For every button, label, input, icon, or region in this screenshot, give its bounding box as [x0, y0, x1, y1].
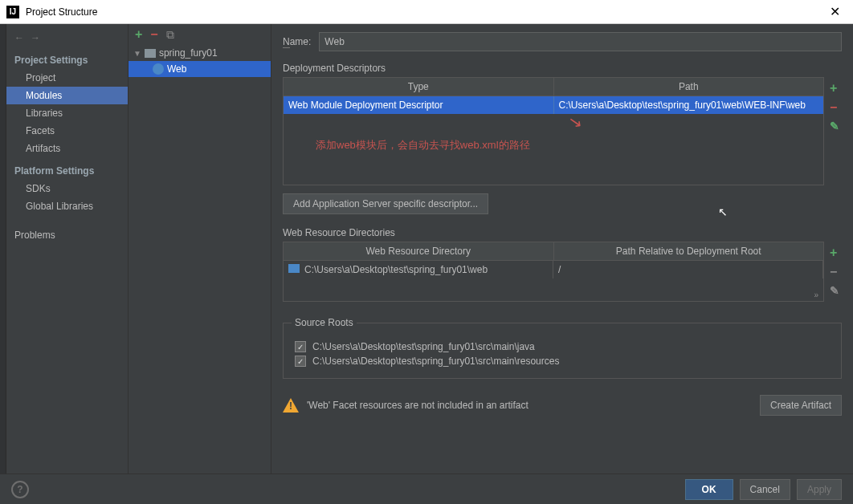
cancel-button[interactable]: Cancel — [740, 479, 790, 500]
sidebar-item-libraries[interactable]: Libraries — [6, 104, 128, 122]
tree-root-label: spring_fury01 — [159, 47, 218, 59]
copy-icon[interactable]: ⧉ — [166, 28, 174, 42]
res-add-icon[interactable]: + — [830, 246, 839, 260]
tree-child-label: Web — [167, 63, 186, 75]
window-title: Project Structure — [26, 6, 822, 18]
dep-th-type: Type — [284, 78, 554, 96]
res-row-path: / — [553, 261, 823, 278]
add-icon[interactable]: + — [135, 27, 142, 42]
sidebar-item-artifacts[interactable]: Artifacts — [6, 140, 128, 157]
apply-button[interactable]: Apply — [797, 479, 842, 500]
sidebar-heading-platform: Platform Settings — [6, 157, 128, 180]
create-artifact-button[interactable]: Create Artifact — [760, 395, 842, 416]
source-roots-label: Source Roots — [292, 317, 357, 328]
web-icon — [153, 63, 164, 75]
dep-remove-icon[interactable]: − — [830, 100, 839, 115]
sidebar-item-project[interactable]: Project — [6, 69, 128, 87]
titlebar: IJ Project Structure ✕ — [0, 0, 853, 24]
source-root-row[interactable]: ✓ C:\Users\a\Desktop\test\spring_fury01\… — [295, 341, 833, 352]
warning-text: 'Web' Facet resources are not included i… — [307, 400, 529, 411]
warning-icon — [283, 398, 299, 413]
res-row-dir: C:\Users\a\Desktop\test\spring_fury01\we… — [284, 261, 553, 278]
source-roots-panel: Source Roots ✓ C:\Users\a\Desktop\test\s… — [283, 323, 842, 379]
table-row[interactable]: C:\Users\a\Desktop\test\spring_fury01\we… — [284, 261, 823, 278]
footer: ? OK Cancel Apply — [0, 474, 853, 504]
deployment-table: Type Path Web Module Deployment Descript… — [283, 77, 824, 185]
web-resource-label: Web Resource Directories — [283, 227, 842, 238]
more-icon[interactable]: » — [814, 291, 818, 299]
sidebar-heading-project: Project Settings — [6, 47, 128, 69]
dep-row-path: C:\Users\a\Desktop\test\spring_fury01\we… — [554, 96, 824, 114]
name-label: Name: — [283, 36, 311, 47]
res-remove-icon[interactable]: − — [830, 265, 839, 279]
checkbox-icon[interactable]: ✓ — [295, 356, 306, 367]
forward-icon[interactable]: → — [31, 32, 40, 43]
source-root-row[interactable]: ✓ C:\Users\a\Desktop\test\spring_fury01\… — [295, 356, 833, 367]
close-icon[interactable]: ✕ — [822, 4, 847, 19]
sidebar-item-problems[interactable]: Problems — [6, 226, 128, 244]
left-gutter — [0, 24, 6, 474]
sidebar: ← → Project Settings Project Modules Lib… — [6, 24, 129, 474]
help-icon[interactable]: ? — [11, 481, 29, 498]
dep-row-type: Web Module Deployment Descriptor — [284, 96, 554, 114]
folder-icon — [288, 264, 300, 273]
tree-child-web[interactable]: Web — [129, 61, 271, 77]
dep-add-icon[interactable]: + — [830, 81, 839, 96]
warning-row: 'Web' Facet resources are not included i… — [283, 388, 842, 422]
module-icon — [145, 49, 156, 58]
deployment-descriptors-label: Deployment Descriptors — [283, 63, 842, 74]
remove-icon[interactable]: − — [150, 27, 157, 42]
dep-th-path: Path — [554, 78, 824, 96]
source-root-2: C:\Users\a\Desktop\test\spring_fury01\sr… — [312, 356, 559, 367]
dep-edit-icon[interactable]: ✎ — [830, 120, 839, 132]
ok-button[interactable]: OK — [685, 479, 733, 500]
res-edit-icon[interactable]: ✎ — [830, 284, 839, 297]
expand-icon[interactable]: ▼ — [133, 49, 141, 58]
sidebar-item-modules[interactable]: Modules — [6, 87, 128, 104]
tree-root[interactable]: ▼ spring_fury01 — [129, 45, 271, 61]
back-icon[interactable]: ← — [14, 32, 24, 43]
checkbox-icon[interactable]: ✓ — [295, 341, 306, 352]
source-root-1: C:\Users\a\Desktop\test\spring_fury01\sr… — [312, 341, 535, 352]
table-row[interactable]: Web Module Deployment Descriptor C:\User… — [284, 96, 823, 114]
sidebar-item-global-libraries[interactable]: Global Libraries — [6, 197, 128, 215]
add-descriptor-button[interactable]: Add Application Server specific descript… — [283, 193, 488, 214]
sidebar-item-facets[interactable]: Facets — [6, 122, 128, 140]
content-panel: Name: Deployment Descriptors Type Path W… — [271, 24, 853, 474]
resource-table: Web Resource Directory Path Relative to … — [283, 242, 824, 302]
annotation-text: 添加web模块后，会自动去寻找web.xml的路径 — [284, 114, 823, 161]
module-tree: + − ⧉ ▼ spring_fury01 Web — [129, 24, 271, 474]
res-th-dir: Web Resource Directory — [284, 242, 554, 260]
app-icon: IJ — [6, 6, 19, 18]
name-input[interactable] — [319, 32, 842, 51]
res-th-path: Path Relative to Deployment Root — [554, 242, 824, 260]
sidebar-item-sdks[interactable]: SDKs — [6, 180, 128, 197]
